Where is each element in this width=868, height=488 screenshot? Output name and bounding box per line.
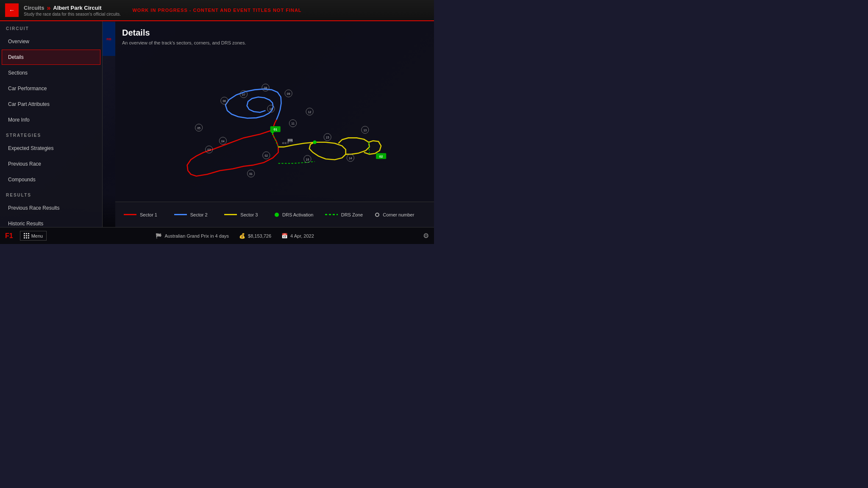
svg-text:⛿: ⛿ xyxy=(287,138,293,144)
drs-activation-label: DRS Activation xyxy=(282,212,313,217)
back-icon: ← xyxy=(9,7,15,14)
sidebar-item-sections[interactable]: Sections xyxy=(2,65,100,80)
calendar-icon: 📅 xyxy=(281,233,288,239)
sidebar-item-previous-race-results[interactable]: Previous Race Results xyxy=(2,200,100,216)
sidebar-item-previous-race[interactable]: Previous Race xyxy=(2,156,100,172)
legend: Sector 1 Sector 2 Sector 3 DRS Activatio… xyxy=(115,202,434,227)
main-content: Details An overview of the track's secto… xyxy=(115,21,434,227)
svg-text:04: 04 xyxy=(221,140,225,143)
sidebar-item-compounds[interactable]: Compounds xyxy=(2,172,100,187)
section-label-strategies: STRATEGIES xyxy=(0,128,102,140)
header-subtitle: Study the race data for this season's of… xyxy=(24,12,121,17)
sector3-line-icon xyxy=(224,214,237,215)
back-button[interactable]: ← xyxy=(5,3,19,17)
sidebar-item-details[interactable]: Details xyxy=(2,50,100,65)
drs-zone-line-icon xyxy=(325,214,338,215)
page-title: Details xyxy=(122,28,427,38)
menu-label: Menu xyxy=(31,233,43,238)
sector1-label: Sector 1 xyxy=(140,212,157,217)
wip-notice: WORK IN PROGRESS - CONTENT AND EVENT TIT… xyxy=(132,8,301,13)
legend-sector2: Sector 2 xyxy=(174,212,225,217)
header: ← Circuits » Albert Park Circuit Study t… xyxy=(0,0,434,21)
breadcrumb: Circuits » Albert Park Circuit xyxy=(24,4,121,12)
drs-zone-label: DRS Zone xyxy=(341,212,363,217)
menu-grid-icon xyxy=(24,233,29,238)
money-icon: 💰 xyxy=(239,233,245,239)
sidebar: CIRCUIT Overview Details Sections Car Pe… xyxy=(0,21,103,227)
race-event-text: Australian Grand Prix in 4 days xyxy=(164,233,229,238)
svg-text:07: 07 xyxy=(242,93,245,96)
sidebar-item-overview[interactable]: Overview xyxy=(2,34,100,49)
legend-drs-activation: DRS Activation xyxy=(275,212,325,217)
svg-text:05: 05 xyxy=(197,127,200,130)
footer-stats: 🏁 Australian Grand Prix in 4 days 💰 $8,1… xyxy=(47,233,423,239)
svg-text:10: 10 xyxy=(270,108,273,111)
svg-text:12: 12 xyxy=(308,111,312,114)
corner-number-label: Corner number xyxy=(383,212,414,217)
drs-activation-dot-icon xyxy=(275,213,279,217)
settings-button[interactable]: ⚙ xyxy=(423,232,429,240)
svg-text:15: 15 xyxy=(326,136,329,139)
legend-sector1: Sector 1 xyxy=(124,212,174,217)
section-label-results: RESULTS xyxy=(0,188,102,200)
svg-text:02: 02 xyxy=(379,155,383,158)
page-subtitle: An overview of the track's sectors, corn… xyxy=(122,40,427,45)
corner-number-circle-icon xyxy=(375,213,379,217)
footer: F1 Menu 🏁 Australian Grand Prix in 4 day… xyxy=(0,227,434,244)
svg-text:11: 11 xyxy=(291,122,295,125)
legend-sector3: Sector 3 xyxy=(224,212,275,217)
svg-text:16: 16 xyxy=(306,158,309,161)
svg-text:14: 14 xyxy=(349,157,352,160)
sector2-line-icon xyxy=(174,214,187,215)
flag-icon: 🏁 xyxy=(156,233,162,239)
svg-text:02: 02 xyxy=(264,154,268,157)
budget-text: $8,153,726 xyxy=(248,233,271,238)
sector3-label: Sector 3 xyxy=(240,212,258,217)
svg-text:13: 13 xyxy=(363,129,367,132)
svg-text:08: 08 xyxy=(264,86,267,89)
breadcrumb-separator: » xyxy=(47,4,50,12)
svg-point-2 xyxy=(313,140,317,144)
budget-stat: 💰 $8,153,726 xyxy=(239,233,271,239)
header-title-area: Circuits » Albert Park Circuit Study the… xyxy=(24,4,121,17)
track-map-container: 01 02 01 02 03 04 05 06 0 xyxy=(122,50,427,196)
f1-logo: F1 xyxy=(5,232,13,240)
sidebar-item-car-performance[interactable]: Car Performance xyxy=(2,81,100,96)
sidebar-item-expected-strategies[interactable]: Expected Strategies xyxy=(2,141,100,156)
team-logo xyxy=(103,22,115,56)
track-map-svg: 01 02 01 02 03 04 05 06 0 xyxy=(122,50,427,196)
svg-text:01: 01 xyxy=(273,128,277,131)
race-event-stat: 🏁 Australian Grand Prix in 4 days xyxy=(156,233,229,239)
date-text: 4 Apr, 2022 xyxy=(290,233,314,238)
date-stat: 📅 4 Apr, 2022 xyxy=(281,233,314,239)
section-label-circuit: CIRCUIT xyxy=(0,21,102,33)
svg-text:03: 03 xyxy=(207,148,211,151)
sidebar-item-car-part-attributes[interactable]: Car Part Attributes xyxy=(2,97,100,112)
svg-text:01: 01 xyxy=(249,172,253,175)
svg-text:06: 06 xyxy=(223,100,226,103)
legend-corner-number: Corner number xyxy=(375,212,426,217)
legend-drs-zone: DRS Zone xyxy=(325,212,376,217)
svg-text:09: 09 xyxy=(287,92,290,95)
breadcrumb-current: Albert Park Circuit xyxy=(53,5,101,11)
menu-button[interactable]: Menu xyxy=(20,231,47,241)
sidebar-item-more-info[interactable]: More Info xyxy=(2,112,100,128)
sector2-label: Sector 2 xyxy=(190,212,208,217)
breadcrumb-circuits[interactable]: Circuits xyxy=(24,5,44,11)
svg-text:««: «« xyxy=(282,141,287,145)
sidebar-item-historic-results[interactable]: Historic Results xyxy=(2,216,100,227)
sector1-line-icon xyxy=(124,214,136,215)
